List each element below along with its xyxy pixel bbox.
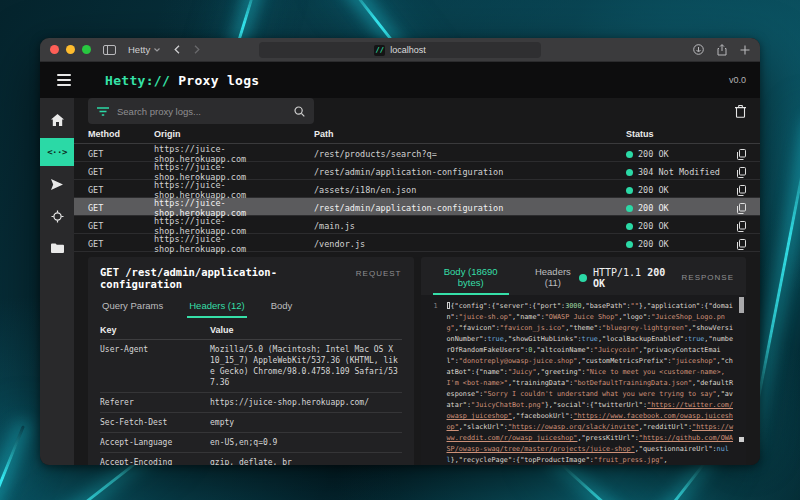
header-key: Accept-Language [100,437,210,448]
copy-icon [737,149,746,160]
address-bar[interactable]: // localhost [259,42,541,58]
browser-menu-label: Hetty [128,44,150,55]
status-dot-icon [626,205,633,212]
tab-response-headers[interactable]: Headers (11) [527,260,579,295]
sidebar-item-projects[interactable] [40,234,74,262]
header-key: Sec-Fetch-Dest [100,417,210,428]
status-dot-icon [626,169,633,176]
cell-origin: https://juice-shop.herokuapp.com [154,198,314,218]
page-title: Hetty:// Proxy logs [105,73,259,88]
browser-menu-hetty[interactable]: Hetty [128,44,160,55]
clear-logs-button[interactable] [735,105,746,118]
cell-method: GET [88,221,154,231]
header-key: Referer [100,397,210,408]
copy-icon [737,239,746,250]
response-kind-label: RESPONSE [682,273,734,282]
header-value: empty [210,417,402,428]
browser-window: Hetty // localhost [40,38,760,465]
request-headers-table: Key Value User-Agent Mozilla/5.0 (Macint… [100,322,402,465]
copy-icon [737,167,746,178]
response-body-json: {"config":{"server":{"port":3000,"basePa… [447,301,737,465]
header-row: User-Agent Mozilla/5.0 (Macintosh; Intel… [100,340,402,393]
copy-icon [737,203,746,214]
sidebar-toggle-icon[interactable] [103,45,116,55]
copy-url-button[interactable] [722,149,746,160]
search-input[interactable] [117,106,286,117]
scrollbar-thumb[interactable] [739,297,744,313]
copy-url-button[interactable] [722,167,746,178]
cell-method: GET [88,149,154,159]
header-row: Sec-Fetch-Dest empty [100,413,402,433]
request-panel: GET /rest/admin/application-configuratio… [88,257,414,465]
hamburger-menu-icon[interactable] [57,74,91,86]
col-status: Status [626,129,722,139]
cell-path: /rest/products/search?q= [314,149,626,159]
cell-path: /rest/admin/application-configuration [314,203,626,213]
copy-url-button[interactable] [722,239,746,250]
copy-url-button[interactable] [722,203,746,214]
request-tabs: Query Params Headers (12) Body [88,294,414,318]
response-tabs: Body (18690 bytes) Headers (11) [433,260,579,295]
cell-method: GET [88,185,154,195]
copy-url-button[interactable] [722,185,746,196]
folder-icon [51,243,64,253]
sidebar-item-sender[interactable] [40,170,74,198]
copy-icon [737,221,746,232]
tab-request-headers[interactable]: Headers (12) [187,294,246,318]
sidebar-item-intercept[interactable] [40,202,74,230]
filter-icon [97,107,109,116]
new-tab-icon[interactable] [740,45,750,55]
brand-name: Hetty:// [105,73,170,88]
zoom-window-button[interactable] [82,45,91,54]
chevron-down-icon [154,48,160,52]
header-value: gzip, deflate, br [210,457,402,465]
col-method: Method [88,129,154,139]
col-value: Value [210,325,402,335]
close-window-button[interactable] [50,45,59,54]
sidebar-item-home[interactable] [40,106,74,134]
crosshair-icon [51,210,64,223]
back-button[interactable] [174,45,180,54]
minimize-window-button[interactable] [66,45,75,54]
copy-url-button[interactable] [722,221,746,232]
status-dot-icon [626,151,633,158]
send-icon [51,179,63,190]
window-controls [50,45,91,54]
col-path: Path [314,129,626,139]
line-number: 1 [421,301,447,465]
response-body-editor[interactable]: 1 {"config":{"server":{"port":3000,"base… [421,295,747,465]
scrollbar-marker [739,437,744,442]
log-row[interactable]: GET https://juice-shop.herokuapp.com /re… [74,162,760,180]
share-icon[interactable] [717,44,727,56]
request-title: GET /rest/admin/application-configuratio… [100,266,356,290]
header-value: Mozilla/5.0 (Macintosh; Intel Mac OS X 1… [210,344,402,388]
col-origin: Origin [154,129,314,139]
cell-origin: https://juice-shop.herokuapp.com [154,144,314,164]
tab-query-params[interactable]: Query Params [100,294,165,318]
tab-response-body[interactable]: Body (18690 bytes) [433,260,509,295]
log-row[interactable]: GET https://juice-shop.herokuapp.com /ve… [74,234,760,252]
log-row-selected[interactable]: GET https://juice-shop.herokuapp.com /re… [74,198,760,216]
home-icon [51,114,64,126]
cell-origin: https://juice-shop.herokuapp.com [154,234,314,254]
col-key: Key [100,325,210,335]
downloads-icon[interactable] [693,44,704,55]
logs-toolbar [74,98,760,124]
tab-request-body[interactable]: Body [269,294,295,318]
hetty-favicon: // [374,45,385,56]
header-row: Referer https://juice-shop.herokuapp.com… [100,393,402,413]
editor-scrollbar[interactable] [739,297,744,465]
cell-status: 200 OK [626,203,722,213]
log-row[interactable]: GET https://juice-shop.herokuapp.com /re… [74,144,760,162]
log-row[interactable]: GET https://juice-shop.herokuapp.com /as… [74,180,760,198]
cell-status: 200 OK [626,221,722,231]
header-row: Accept-Encoding gzip, deflate, br [100,453,402,465]
header-value: https://juice-shop.herokuapp.com/ [210,397,402,408]
log-row[interactable]: GET https://juice-shop.herokuapp.com /ma… [74,216,760,234]
cell-status: 200 OK [626,149,722,159]
search-box[interactable] [88,98,314,124]
forward-button[interactable] [194,45,200,54]
cell-status: 304 Not Modified [626,167,722,177]
search-icon[interactable] [294,106,305,117]
sidebar-item-proxy-logs[interactable]: <··> [40,138,74,166]
